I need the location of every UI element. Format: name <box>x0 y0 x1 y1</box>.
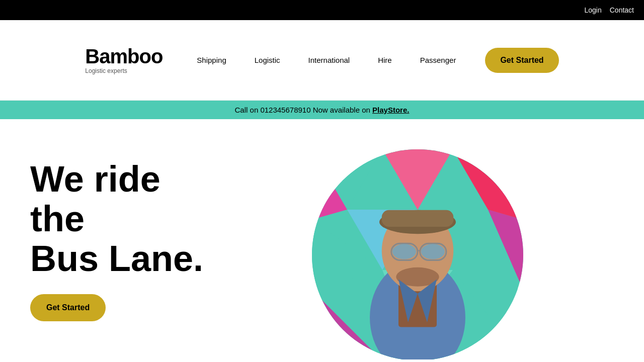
svg-rect-24 <box>382 210 454 227</box>
svg-point-29 <box>421 244 445 259</box>
topbar: Login Contact <box>0 0 644 20</box>
announcement-banner: Call on 012345678910 Now available on Pl… <box>0 101 644 119</box>
hero-get-started-button[interactable]: Get Started <box>30 294 106 321</box>
logo-area: Bamboo Logistic experts <box>85 46 163 74</box>
hero-heading: We ride the Bus Lane. <box>30 159 221 279</box>
hero-right <box>221 149 614 359</box>
nav-hire[interactable]: Hire <box>364 56 406 64</box>
hero-heading-line1: We ride <box>30 159 160 199</box>
hero-section: We ride the Bus Lane. Get Started <box>0 119 644 359</box>
hero-left: We ride the Bus Lane. Get Started <box>30 149 221 321</box>
svg-point-28 <box>392 244 417 259</box>
svg-marker-11 <box>488 210 523 290</box>
nav-passenger[interactable]: Passenger <box>406 56 470 64</box>
nav-shipping[interactable]: Shipping <box>183 56 240 64</box>
nav-logistic[interactable]: Logistic <box>240 56 294 64</box>
logo: Bamboo <box>85 46 163 66</box>
hero-heading-line2: the <box>30 199 85 239</box>
contact-link[interactable]: Contact <box>610 6 634 14</box>
banner-text: Call on 012345678910 Now available on <box>235 106 373 114</box>
hero-heading-line3: Bus Lane. <box>30 238 203 279</box>
navbar: Bamboo Logistic experts Shipping Logisti… <box>0 20 644 101</box>
login-link[interactable]: Login <box>584 6 601 14</box>
nav-international[interactable]: International <box>294 56 364 64</box>
hero-image <box>312 149 523 359</box>
nav-links: Shipping Logistic International Hire Pas… <box>183 56 470 64</box>
logo-tagline: Logistic experts <box>85 67 127 74</box>
playstore-link[interactable]: PlayStore. <box>372 106 409 114</box>
navbar-get-started-button[interactable]: Get Started <box>485 48 558 73</box>
hero-person <box>342 169 493 359</box>
